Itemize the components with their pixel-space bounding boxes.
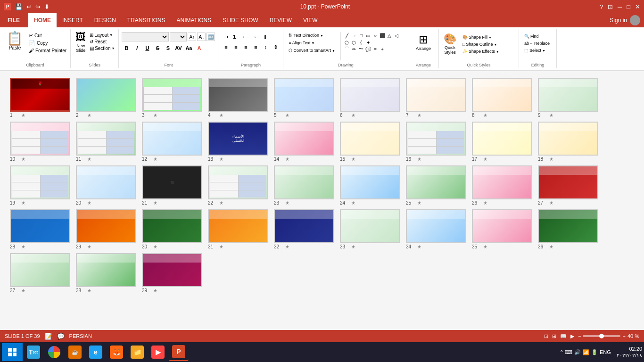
paste-button[interactable]: 📋 Paste — [3, 30, 27, 51]
slide-item[interactable]: 15★ — [337, 120, 403, 164]
maximize-button[interactable]: □ — [627, 3, 630, 10]
restore-button[interactable]: ⊡ — [608, 3, 613, 10]
font-spacing-button[interactable]: AV — [173, 43, 183, 53]
slide-item[interactable]: ⬛21★ — [139, 164, 205, 207]
slide-item[interactable]: 28★ — [7, 207, 73, 251]
start-button[interactable] — [2, 343, 23, 361]
font-name-select[interactable] — [122, 32, 169, 41]
taskbar-java[interactable]: ☕ — [65, 343, 85, 361]
slide-item[interactable]: 5★ — [271, 76, 337, 120]
slide-item[interactable]: 14★ — [271, 120, 337, 164]
slide-item[interactable]: 23★ — [271, 164, 337, 207]
slide-sorter-button[interactable]: ⊞ — [552, 333, 556, 339]
tab-insert[interactable]: INSERT — [57, 13, 89, 27]
slide-item[interactable]: 20★ — [73, 164, 139, 207]
increase-indent-button[interactable]: →≡ — [251, 32, 260, 41]
tab-view[interactable]: VIEW — [297, 13, 323, 27]
taskbar-chrome[interactable] — [44, 343, 64, 361]
undo-button[interactable]: ↩ — [25, 2, 33, 11]
shape-more[interactable]: ⬛ — [379, 32, 386, 39]
comments-button[interactable]: 💬 — [57, 333, 65, 340]
shape-tri[interactable]: △ — [386, 32, 393, 39]
slide-item[interactable]: 27★ — [535, 164, 601, 207]
shape-scribble[interactable]: 〜 — [358, 46, 364, 52]
reset-button[interactable]: ↺ Reset — [89, 39, 116, 45]
shape-callout[interactable]: 💬 — [365, 46, 372, 52]
normal-view-button[interactable]: ⊡ — [544, 333, 548, 339]
shape-effects-button[interactable]: ✨ Shape Effects ▼ — [460, 48, 502, 55]
copy-button[interactable]: 📄 Copy — [28, 40, 67, 47]
show-hidden-button[interactable]: ^ — [561, 349, 563, 355]
tab-home[interactable]: HOME — [28, 13, 57, 27]
slide-item[interactable]: 3★ — [139, 76, 205, 120]
slide-item[interactable]: 18★ — [535, 120, 601, 164]
slide-item[interactable]: 36★ — [535, 207, 601, 251]
font-size-select[interactable] — [170, 32, 187, 41]
shape-outline-button[interactable]: □ Shape Outline ▼ — [460, 41, 502, 48]
taskbar-ie[interactable]: e — [86, 343, 106, 361]
decrease-indent-button[interactable]: ←≡ — [241, 32, 250, 41]
line-spacing-button[interactable]: ↕ — [261, 42, 270, 52]
slide-item[interactable]: 4★ — [205, 76, 271, 120]
shape-6[interactable]: ⬡ — [351, 39, 357, 46]
select-button[interactable]: ⬚ Select ▼ — [522, 47, 553, 54]
shape-curve[interactable]: ⌒ — [344, 46, 350, 52]
tab-review[interactable]: REVIEW — [264, 13, 297, 27]
slide-item[interactable]: 33★ — [337, 207, 403, 251]
taskbar-telegram[interactable]: T365 — [24, 343, 43, 361]
format-painter-button[interactable]: 🖌 Format Painter — [28, 47, 67, 54]
decrease-font-button[interactable]: A↓ — [197, 33, 206, 41]
volume-icon[interactable]: 🔊 — [574, 349, 581, 355]
zoom-in-button[interactable]: + — [622, 333, 625, 339]
slide-item[interactable]: 11★ — [73, 120, 139, 164]
shape-round-rect[interactable]: ▭ — [365, 32, 372, 39]
slide-item[interactable]: 6★ — [337, 76, 403, 120]
tab-animations[interactable]: ANIMATIONS — [171, 13, 217, 27]
increase-font-button[interactable]: A↑ — [188, 33, 196, 41]
taskbar-clock[interactable]: 02:20 ۲۰۲۲/۰۲/۱۸ — [617, 346, 642, 359]
slide-item[interactable]: 37★ — [7, 251, 73, 295]
close-button[interactable]: ✕ — [635, 3, 640, 10]
zoom-slider[interactable] — [583, 335, 620, 337]
bullets-button[interactable]: ≡• — [221, 32, 231, 41]
shape-freeform[interactable]: ✏ — [351, 46, 357, 52]
taskbar-media[interactable]: ▶ — [148, 343, 168, 361]
battery-icon[interactable]: 🔋 — [591, 349, 598, 355]
font-color-button[interactable]: A — [194, 43, 204, 53]
sign-in-button[interactable]: Sign in — [610, 15, 644, 25]
customize-button[interactable]: ⬇ — [43, 2, 50, 11]
slide-panel[interactable]: 🌹1★2★3★4★5★6★7★8★9★10★11★12★الأسماءالحُس… — [0, 71, 644, 330]
change-case-button[interactable]: Aa — [184, 43, 193, 53]
save-button[interactable]: 💾 — [14, 2, 24, 11]
tab-slideshow[interactable]: SLIDE SHOW — [217, 13, 264, 27]
shape-brace[interactable]: { — [358, 39, 364, 46]
taskbar-powerpoint[interactable]: P — [169, 343, 189, 361]
new-slide-button[interactable]: 🖼 New Slide — [74, 30, 88, 54]
slide-item[interactable]: 32★ — [271, 207, 337, 251]
shape-rtri[interactable]: ◁ — [393, 32, 400, 39]
quick-styles-button[interactable]: 🎨 Quick Styles — [442, 32, 458, 56]
slide-item[interactable]: 10★ — [7, 120, 73, 164]
slide-item[interactable]: 22★ — [205, 164, 271, 207]
strikethrough-button[interactable]: S — [153, 43, 162, 53]
arrange-button[interactable]: ⊞ Arrange — [414, 32, 433, 52]
align-text-btn[interactable]: ≡ Align Text ▼ — [286, 40, 337, 46]
underline-button[interactable]: U — [142, 43, 152, 53]
shape-fill-button[interactable]: 🎨 Shape Fill ▼ — [460, 34, 502, 41]
shape-star[interactable]: ✦ — [365, 39, 372, 46]
slide-item[interactable]: الأسماءالحُسنَى13★ — [205, 120, 271, 164]
tab-design[interactable]: DESIGN — [89, 13, 122, 27]
clear-format-button[interactable]: 🔤 — [206, 33, 215, 41]
align-center-button[interactable]: ≡ — [231, 42, 240, 52]
shape-arrow[interactable]: → — [351, 32, 357, 39]
justify-button[interactable]: ≡ — [251, 42, 260, 52]
slide-item[interactable]: 25★ — [403, 164, 469, 207]
bold-button[interactable]: B — [122, 43, 131, 53]
numbering-button[interactable]: 1≡ — [231, 32, 240, 41]
tab-transitions[interactable]: TRANSITIONS — [122, 13, 171, 27]
notes-button[interactable]: 📝 — [45, 333, 52, 340]
layout-button[interactable]: ⊞ Layout ▼ — [89, 32, 116, 38]
network-icon[interactable]: 📶 — [583, 349, 589, 355]
find-button[interactable]: 🔍 Find — [522, 33, 553, 40]
shape-rect[interactable]: □ — [358, 32, 364, 39]
